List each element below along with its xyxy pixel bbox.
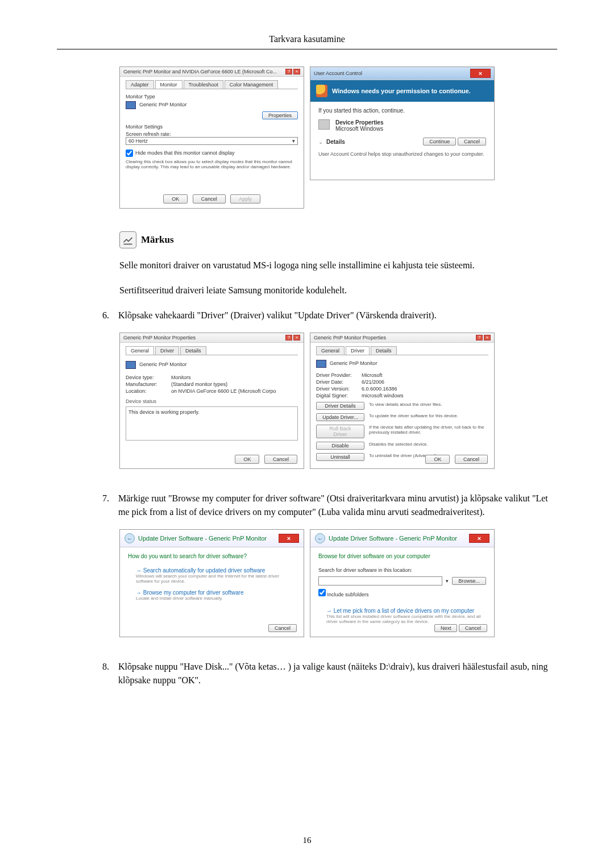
cancel-button[interactable]: Cancel [193,194,226,203]
uninstall-button[interactable]: Uninstall [316,453,364,461]
next-button[interactable]: Next [434,624,458,632]
hide-modes-checkbox[interactable] [126,149,133,157]
refresh-rate-select[interactable]: 60 Hertz▾ [126,137,298,145]
cancel-button[interactable]: Cancel [459,624,487,632]
browse-button[interactable]: Browse... [452,577,486,585]
window-controls[interactable]: ?× [285,69,300,74]
monitor-icon [126,361,136,369]
chevron-down-icon[interactable]: ⌄ [318,139,323,145]
monitor-icon [126,101,136,109]
driver-details-button[interactable]: Driver Details [316,402,364,410]
uac-hint: User Account Control helps stop unauthor… [318,151,486,157]
monitor-properties-dialog: Generic PnP Monitor and NVIDIA GeForce 6… [119,67,304,209]
hide-modes-label: Hide modes that this monitor cannot disp… [135,150,235,156]
tab-troubleshoot[interactable]: Troubleshoot [184,80,223,89]
tab-general[interactable]: General [316,346,345,355]
apply-button[interactable]: Apply [230,194,260,203]
device-type-label: Device type: [126,375,171,380]
properties-driver-dialog: Generic PnP Monitor Properties?× General… [310,333,495,469]
uac-titlebar: User Account Control [314,70,362,76]
step-number: 6. [102,309,118,322]
note-paragraph-1: Selle monitori draiver on varustatud MS-… [119,259,557,272]
tab-general[interactable]: General [126,346,154,355]
ok-button[interactable]: OK [235,455,259,464]
disable-desc: Disables the selected device. [369,442,488,447]
location-label: Location: [126,388,171,394]
close-button[interactable]: × [279,534,299,543]
tab-driver[interactable]: Driver [155,346,179,355]
step-text: Klõpsake nuppu "Have Disk..." (Võta keta… [118,660,557,687]
note-icon [119,231,136,248]
search-location-label: Search for driver software in this locat… [318,567,486,573]
cancel-button[interactable]: Cancel [264,455,297,464]
refresh-rate-label: Screen refresh rate: [126,131,298,137]
option-title: Let me pick from a list of device driver… [326,608,486,614]
dialog-title: Generic PnP Monitor Properties [314,335,386,340]
manufacturer-value: (Standard monitor types) [171,381,227,387]
close-button[interactable]: × [470,69,491,78]
close-button[interactable]: × [469,534,489,543]
signer-label: Digital Signer: [316,393,362,398]
window-controls[interactable]: ?× [476,335,491,340]
tab-color-management[interactable]: Color Management [225,80,279,89]
tab-driver[interactable]: Driver [346,346,370,355]
date-label: Driver Date: [316,379,362,385]
dialog-title: Generic PnP Monitor and NVIDIA GeForce 6… [123,69,277,74]
wizard-breadcrumb: Update Driver Software - Generic PnP Mon… [329,535,457,542]
chevron-down-icon: ▾ [292,138,295,144]
continue-button[interactable]: Continue [423,138,456,146]
details-toggle[interactable]: Details [326,139,345,145]
driver-details-desc: To view details about the driver files. [369,402,488,407]
tab-adapter[interactable]: Adapter [126,80,154,89]
device-status-box: This device is working properly. [126,406,298,441]
option-title: Browse my computer for driver software [136,589,296,596]
option-browse-computer[interactable]: Browse my computer for driver software L… [128,589,296,601]
provider-label: Driver Provider: [316,372,362,378]
page-number: 16 [0,836,614,845]
include-subfolders-checkbox[interactable] [318,589,326,596]
uac-dialog: User Account Control × Windows needs you… [310,67,495,180]
rollback-driver-button[interactable]: Roll Back Driver [316,425,364,438]
cancel-button[interactable]: Cancel [268,624,297,632]
header-rule [57,49,557,49]
monitor-type-label: Monitor Type [126,94,298,99]
shield-icon [316,85,327,97]
version-value: 6.0.6000.16386 [362,386,397,392]
uac-started-text: If you started this action, continue. [318,107,486,114]
option-title: Search automatically for updated driver … [136,567,296,574]
tab-monitor[interactable]: Monitor [155,80,182,89]
window-controls[interactable]: ?× [285,335,300,340]
tab-details[interactable]: Details [371,346,397,355]
monitor-icon [316,360,326,368]
uac-headline: Windows needs your permission to contion… [332,88,471,94]
ok-button[interactable]: OK [425,455,450,464]
tab-details[interactable]: Details [180,346,206,355]
option-subtitle: Locate and install driver software manua… [136,596,296,601]
monitor-settings-label: Monitor Settings [126,124,298,130]
note-paragraph-2: Sertifitseeritud draiveri leiate Samsung… [119,284,557,297]
hide-modes-description: Clearing this check box allows you to se… [126,159,298,169]
back-button[interactable]: ← [125,533,135,543]
page-header: Tarkvara kasutamine [57,34,557,44]
chevron-down-icon[interactable]: ▾ [446,578,449,584]
monitor-type-value: Generic PnP Monitor [139,102,186,107]
step-number: 8. [102,660,118,687]
note-label: Märkus [141,234,174,246]
update-driver-button[interactable]: Update Driver... [316,413,364,421]
provider-value: Microsoft [362,372,383,378]
step-number: 7. [102,492,118,519]
ok-button[interactable]: OK [163,194,188,203]
option-search-auto[interactable]: Search automatically for updated driver … [128,567,296,584]
include-subfolders-label: Include subfolders [327,592,369,597]
cancel-button[interactable]: Cancel [458,138,486,146]
manufacturer-label: Manufacturer: [126,381,171,387]
update-driver-wizard-browse: ← Update Driver Software - Generic PnP M… [310,529,495,637]
device-name: Generic PnP Monitor [139,362,186,367]
back-button[interactable]: ← [315,533,325,543]
disable-button[interactable]: Disable [316,442,364,450]
path-input[interactable] [318,576,442,585]
dialog-title: Generic PnP Monitor Properties [123,335,196,340]
cancel-button[interactable]: Cancel [455,455,488,464]
properties-button[interactable]: Properties [262,111,298,119]
device-name: Generic PnP Monitor [330,360,377,366]
